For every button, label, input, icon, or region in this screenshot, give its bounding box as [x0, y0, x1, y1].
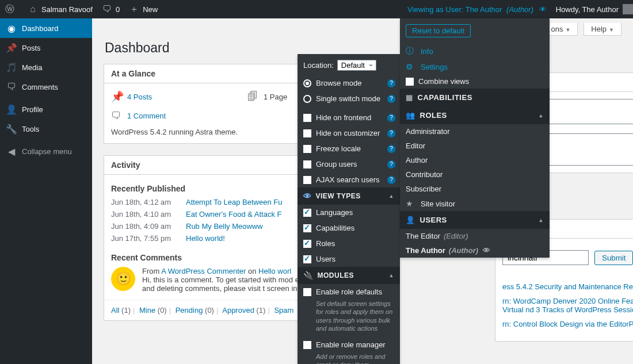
menu-media[interactable]: 🎵Media: [0, 58, 92, 77]
checkbox-icon: [303, 240, 311, 248]
help-icon[interactable]: ?: [387, 114, 395, 122]
role-item[interactable]: Administrator: [400, 124, 550, 139]
glance-posts-link[interactable]: 4 Posts: [127, 93, 152, 101]
enable-role-defaults[interactable]: Enable role defaults: [298, 284, 400, 300]
location-select[interactable]: Default: [337, 60, 376, 71]
site-name[interactable]: ⌂Salman Ravoof: [23, 0, 97, 18]
vt-languages[interactable]: Languages: [298, 205, 400, 220]
wp-logo[interactable]: ⓦ: [0, 0, 23, 18]
feed-link[interactable]: rn: WordCamp Denver 2020 Online Features…: [502, 297, 633, 314]
location-label: Location:: [303, 61, 334, 70]
glance-comments-link[interactable]: 1 Comment: [127, 112, 166, 120]
user-icon: 👤: [6, 104, 17, 115]
role-item[interactable]: Subscriber: [400, 182, 550, 196]
menu-profile[interactable]: 👤Profile: [0, 99, 92, 119]
pub-date: Jun 18th, 4:10 am: [111, 210, 186, 219]
info-link[interactable]: ⓘInfo: [400, 43, 550, 59]
vt-roles-label: Roles: [316, 239, 335, 248]
help-icon[interactable]: ?: [387, 176, 395, 184]
combine-views[interactable]: Combine views: [400, 74, 550, 89]
single-switch-option[interactable]: Single switch mode?: [298, 91, 400, 106]
menu-collapse[interactable]: ◀Collapse menu: [0, 141, 92, 161]
howdy-label: Howdy, The Author: [556, 5, 619, 14]
help-icon[interactable]: ?: [387, 129, 395, 137]
user-icon: 👤: [406, 216, 415, 224]
role-item[interactable]: Author: [400, 153, 550, 167]
pub-title-link[interactable]: Rub My Belly Meowww: [186, 222, 263, 231]
view-types-section[interactable]: 👁VIEW TYPES▲: [298, 187, 400, 205]
chevron-up-icon: ▲: [539, 113, 544, 118]
vt-roles[interactable]: Roles: [298, 236, 400, 251]
ajax-search-option[interactable]: AJAX search users?: [298, 172, 400, 187]
chevron-up-icon: ▲: [539, 217, 544, 223]
help-icon[interactable]: ?: [387, 79, 395, 87]
site-name-label: Salman Ravoof: [41, 5, 93, 14]
site-visitor[interactable]: ★Site visitor: [400, 196, 550, 211]
pub-title-link[interactable]: Eat Owner's Food & Attack F: [186, 210, 282, 219]
viewing-as[interactable]: Viewing as User: The Author (Author) 👁: [403, 5, 551, 14]
wrench-icon: 🔧: [6, 124, 17, 135]
filter-approved[interactable]: Approved: [222, 306, 254, 315]
user-icon: ★: [406, 199, 416, 208]
hide-frontend-option[interactable]: Hide on frontend?: [298, 110, 400, 125]
erd-desc: Set default screen settings for roles an…: [298, 300, 400, 337]
freeze-locale-option[interactable]: Freeze locale?: [298, 141, 400, 156]
help-icon[interactable]: ?: [387, 95, 395, 103]
roles-label: ROLES: [420, 111, 447, 120]
filter-pending[interactable]: Pending: [176, 306, 203, 315]
modules-section[interactable]: 🔌MODULES▲: [298, 267, 400, 284]
roles-section[interactable]: 👥ROLES▲: [400, 106, 550, 124]
submit-button[interactable]: Submit: [594, 251, 633, 265]
pub-date: Jun 18th, 4:12 am: [111, 198, 186, 206]
feed-link[interactable]: ess 5.4.2 Security and Maintenance Relea…: [502, 282, 633, 291]
filter-mine[interactable]: Mine: [139, 306, 155, 315]
wordpress-icon: ⓦ: [5, 3, 15, 16]
rc-author-link[interactable]: A WordPress Commenter: [161, 267, 246, 275]
pin-icon: 📌: [111, 90, 124, 103]
filter-approved-count: (1): [257, 306, 266, 315]
help-icon[interactable]: ?: [387, 160, 395, 168]
comments-bubble[interactable]: 🗨0: [97, 0, 124, 18]
filter-spam[interactable]: Spam: [274, 306, 293, 315]
menu-tools-label: Tools: [22, 125, 39, 133]
users-section[interactable]: 👤USERS▲: [400, 211, 550, 229]
vt-users[interactable]: Users: [298, 251, 400, 267]
info-icon: ⓘ: [406, 46, 416, 56]
role-item[interactable]: Contributor: [400, 167, 550, 182]
glance-posts[interactable]: 📌4 Posts: [111, 90, 247, 103]
browse-mode-option[interactable]: Browse mode?: [298, 75, 400, 91]
checkbox-icon: [303, 209, 311, 217]
role-item[interactable]: Editor: [400, 139, 550, 153]
pub-title-link[interactable]: Hello world!: [186, 234, 225, 243]
help-tab[interactable]: Help▼: [584, 23, 621, 36]
settings-link[interactable]: ⚙Settings: [400, 59, 550, 74]
menu-comments[interactable]: 🗨Comments: [0, 77, 92, 97]
reset-button[interactable]: Reset to default: [406, 24, 471, 37]
checkbox-icon: [303, 129, 311, 137]
hide-customizer-option[interactable]: Hide on customizer?: [298, 125, 400, 141]
menu-dashboard[interactable]: ◉Dashboard: [0, 18, 92, 38]
grid-icon: ▦: [406, 93, 413, 102]
vt-capabilities[interactable]: Capabilities: [298, 220, 400, 236]
gear-icon: ⚙: [406, 62, 416, 71]
checkbox-icon: [303, 145, 311, 153]
group-users-option[interactable]: Group users?: [298, 156, 400, 172]
my-account[interactable]: Howdy, The Author: [551, 4, 633, 14]
new-content[interactable]: ＋New: [124, 0, 162, 18]
menu-tools[interactable]: 🔧Tools: [0, 119, 92, 139]
filter-all[interactable]: All: [111, 306, 119, 315]
feed-link[interactable]: rn: Control Block Design via the EditorP…: [502, 320, 633, 328]
menu-posts[interactable]: 📌Posts: [0, 38, 92, 58]
user-item[interactable]: The Editor(Editor): [400, 229, 550, 243]
rc-post-link[interactable]: Hello worl: [258, 267, 291, 275]
user-item[interactable]: The Author(Author)👁: [400, 243, 550, 258]
eye-icon: 👁: [539, 5, 547, 14]
vt-languages-label: Languages: [316, 208, 353, 217]
checkbox-icon: [303, 341, 311, 349]
pub-title-link[interactable]: Attempt To Leap Between Fu: [186, 198, 282, 206]
help-icon[interactable]: ?: [387, 145, 395, 153]
capabilities-section[interactable]: ▦CAPABILITIES: [400, 89, 550, 106]
page-icon: 🗐: [247, 91, 260, 103]
avatar: 🙂: [111, 267, 135, 291]
enable-role-manager[interactable]: Enable role manager: [298, 337, 400, 352]
